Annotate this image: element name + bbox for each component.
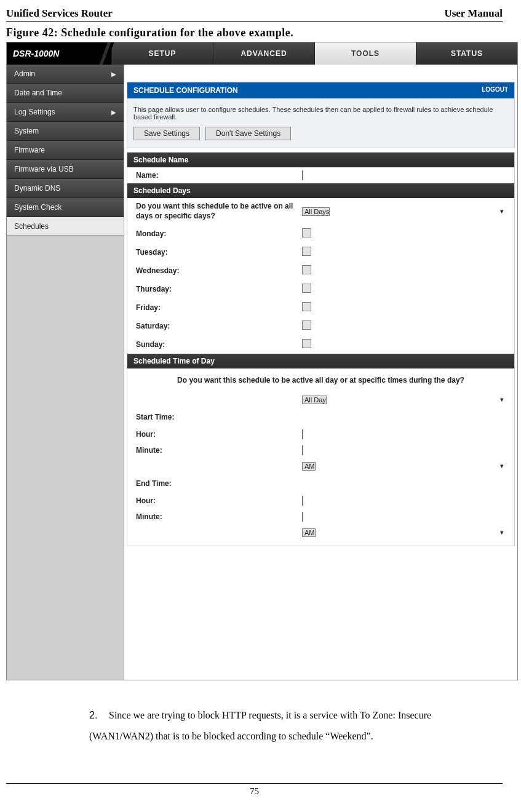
day-wednesday-checkbox[interactable] <box>302 265 311 274</box>
day-tuesday-checkbox[interactable] <box>302 247 311 256</box>
sidebar-item-label: Date and Time <box>14 89 62 97</box>
days-question: Do you want this schedule to be active o… <box>136 202 302 221</box>
panel-description-text: This page allows user to configure sched… <box>133 106 508 121</box>
end-ampm-select[interactable]: AM ▾ <box>302 528 316 537</box>
sidebar-item-label: Firmware via USB <box>14 165 74 173</box>
sidebar-item-dynamic-dns[interactable]: Dynamic DNS <box>7 179 124 198</box>
day-saturday-label: Saturday: <box>136 322 302 330</box>
start-time-label: Start Time: <box>127 408 514 426</box>
name-input[interactable] <box>302 170 303 180</box>
day-wednesday-label: Wednesday: <box>136 266 302 275</box>
time-mode-select[interactable]: All Day ▾ <box>302 396 327 404</box>
chevron-right-icon: ▶ <box>111 109 116 116</box>
sidebar-item-label: Log Settings <box>14 108 55 116</box>
sidebar-item-label: System Check <box>14 203 62 212</box>
start-minute-input[interactable] <box>302 445 303 455</box>
sidebar-item-label: Admin <box>14 70 35 78</box>
day-monday-checkbox[interactable] <box>302 228 311 237</box>
logout-link[interactable]: LOGOUT <box>482 86 508 95</box>
device-logo: DSR-1000N <box>7 42 111 65</box>
start-ampm-select[interactable]: AM ▾ <box>302 462 316 471</box>
sidebar-item-admin[interactable]: Admin ▶ <box>7 65 124 84</box>
time-question: Do you want this schedule to be active a… <box>127 368 514 392</box>
day-sunday-label: Sunday: <box>136 340 302 349</box>
section-scheduled-time: Scheduled Time of Day <box>127 354 514 368</box>
list-number: 2. <box>89 705 106 726</box>
sidebar-item-system-check[interactable]: System Check <box>7 198 124 217</box>
sidebar-item-firmware-usb[interactable]: Firmware via USB <box>7 160 124 179</box>
figure-caption: Figure 42: Schedule configuration for th… <box>6 26 503 39</box>
chevron-right-icon: ▶ <box>111 71 116 78</box>
day-thursday-label: Thursday: <box>136 285 302 293</box>
day-friday-label: Friday: <box>136 303 302 312</box>
select-value: All Days <box>304 208 329 215</box>
panel-title-bar: SCHEDULE CONFIGURATION LOGOUT <box>127 82 514 98</box>
nav-status[interactable]: STATUS <box>416 42 517 65</box>
section-schedule-name: Schedule Name <box>127 153 514 167</box>
sidebar-item-schedules[interactable]: Schedules <box>7 217 124 236</box>
panel-description: This page allows user to configure sched… <box>127 98 514 148</box>
chevron-down-icon: ▾ <box>500 207 506 215</box>
end-hour-label: Hour: <box>136 496 302 505</box>
end-minute-input[interactable] <box>302 512 303 522</box>
panel-title: SCHEDULE CONFIGURATION <box>133 86 238 95</box>
day-saturday-checkbox[interactable] <box>302 320 311 330</box>
day-tuesday-label: Tuesday: <box>136 248 302 257</box>
select-value: AM <box>304 463 315 470</box>
sidebar: Admin ▶ Date and Time Log Settings ▶ Sys… <box>7 65 124 680</box>
sidebar-item-label: Firmware <box>14 146 45 154</box>
page-footer: 75 <box>6 783 503 809</box>
sidebar-item-date-time[interactable]: Date and Time <box>7 84 124 103</box>
top-nav: DSR-1000N SETUP ADVANCED TOOLS STATUS <box>7 42 517 65</box>
page-number: 75 <box>250 786 259 796</box>
end-time-label: End Time: <box>127 474 514 493</box>
day-monday-label: Monday: <box>136 229 302 238</box>
chevron-down-icon: ▾ <box>500 396 506 404</box>
chevron-down-icon: ▾ <box>500 462 506 470</box>
day-thursday-checkbox[interactable] <box>302 284 311 293</box>
chevron-down-icon: ▾ <box>500 528 506 536</box>
sidebar-item-label: Schedules <box>14 222 49 231</box>
document-header: Unified Services Router User Manual <box>6 7 503 22</box>
name-label: Name: <box>136 171 302 180</box>
sidebar-item-log-settings[interactable]: Log Settings ▶ <box>7 103 124 122</box>
end-hour-input[interactable] <box>302 496 303 506</box>
header-right: User Manual <box>444 7 503 20</box>
main-content: SCHEDULE CONFIGURATION LOGOUT This page … <box>124 65 517 680</box>
header-left: Unified Services Router <box>6 7 113 20</box>
select-value: AM <box>304 529 315 536</box>
day-sunday-checkbox[interactable] <box>302 339 311 348</box>
list-text: Since we are trying to block HTTP reques… <box>89 710 431 741</box>
sidebar-item-firmware[interactable]: Firmware <box>7 141 124 160</box>
start-minute-label: Minute: <box>136 446 302 455</box>
nav-advanced[interactable]: ADVANCED <box>213 42 314 65</box>
start-hour-label: Hour: <box>136 430 302 439</box>
start-hour-input[interactable] <box>302 429 303 439</box>
end-minute-label: Minute: <box>136 512 302 521</box>
app-frame: DSR-1000N SETUP ADVANCED TOOLS STATUS Ad… <box>6 42 518 680</box>
document-list-item: 2. Since we are trying to block HTTP req… <box>89 705 459 746</box>
nav-setup[interactable]: SETUP <box>111 42 213 65</box>
select-value: All Day <box>304 396 326 404</box>
day-friday-checkbox[interactable] <box>302 302 311 311</box>
sidebar-item-label: Dynamic DNS <box>14 184 60 193</box>
days-mode-select[interactable]: All Days ▾ <box>302 207 330 216</box>
dont-save-settings-button[interactable]: Don't Save Settings <box>205 127 291 140</box>
section-scheduled-days: Scheduled Days <box>127 183 514 198</box>
sidebar-item-label: System <box>14 127 39 135</box>
sidebar-item-system[interactable]: System <box>7 122 124 141</box>
nav-tools[interactable]: TOOLS <box>314 42 416 65</box>
save-settings-button[interactable]: Save Settings <box>133 127 200 140</box>
